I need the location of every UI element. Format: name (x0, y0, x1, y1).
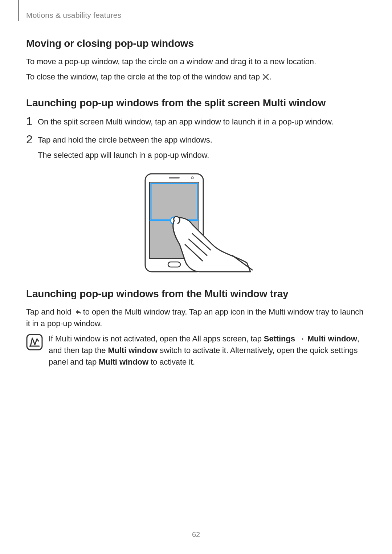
back-icon (74, 308, 81, 316)
breadcrumb: Motions & usability features (26, 11, 121, 20)
step-2: 2 Tap and hold the circle between the ap… (26, 134, 366, 161)
para-launch-tray: Tap and hold to open the Multi window tr… (26, 306, 366, 329)
section-heading-launch-split: Launching pop-up windows from the split … (26, 97, 366, 109)
section-heading-launch-tray: Launching pop-up windows from the Multi … (26, 288, 366, 300)
page-number: 62 (0, 530, 392, 539)
bold-multi-window-1: Multi window (307, 334, 357, 343)
step-subtext: The selected app will launch in a pop-up… (38, 149, 212, 161)
figure-split-window-tap (26, 172, 366, 274)
note-block: If Multi window is not activated, open t… (26, 333, 366, 368)
para-close-popup: To close the window, tap the circle at t… (26, 71, 366, 83)
step-number: 1 (26, 116, 38, 126)
para-move-popup: To move a pop-up window, tap the circle … (26, 56, 366, 67)
step-number: 2 (26, 134, 38, 144)
header-rule (18, 0, 19, 21)
svg-rect-10 (27, 335, 42, 350)
step-list: 1 On the split screen Multi window, tap … (26, 116, 366, 161)
text-fragment: . (269, 72, 271, 81)
text-fragment: To close the window, tap the circle at t… (26, 72, 262, 81)
text-fragment: Tap and hold (26, 307, 74, 316)
text-arrow: → (295, 334, 307, 343)
page-content: Moving or closing pop-up windows To move… (26, 38, 366, 368)
bold-multi-window-3: Multi window (99, 357, 148, 366)
svg-rect-3 (169, 177, 180, 178)
note-icon (26, 334, 43, 350)
note-text: If Multi window is not activated, open t… (49, 333, 366, 368)
text-fragment: If Multi window is not activated, open t… (49, 334, 264, 343)
close-icon (262, 73, 269, 81)
manual-page: Motions & usability features Moving or c… (0, 0, 392, 554)
bold-settings: Settings (264, 334, 295, 343)
bold-multi-window-2: Multi window (108, 346, 158, 355)
step-1: 1 On the split screen Multi window, tap … (26, 116, 366, 128)
text-fragment: Tap and hold the circle between the app … (38, 135, 212, 144)
illustration-phone-hand (138, 172, 254, 274)
section-heading-moving-closing: Moving or closing pop-up windows (26, 38, 366, 49)
text-fragment: to activate it. (148, 357, 195, 366)
step-text: Tap and hold the circle between the app … (38, 134, 212, 161)
step-text: On the split screen Multi window, tap an… (38, 116, 334, 128)
